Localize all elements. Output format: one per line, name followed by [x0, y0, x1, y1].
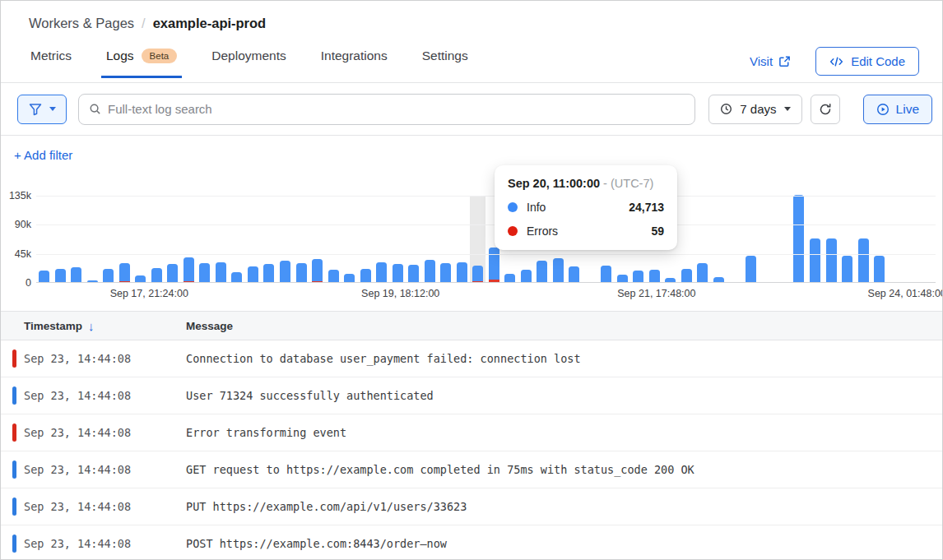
- chart-bar[interactable]: [521, 270, 532, 282]
- bar-info-segment: [746, 256, 756, 282]
- chart-bar[interactable]: [858, 238, 869, 282]
- time-range-button[interactable]: 7 days: [708, 95, 801, 124]
- x-axis-tick-label: Sep 17, 21:24:00: [110, 288, 188, 299]
- chart-bar[interactable]: [440, 263, 451, 282]
- add-filter-button[interactable]: + Add filter: [14, 148, 72, 162]
- chart-bar[interactable]: [393, 264, 403, 282]
- chart-bar[interactable]: [633, 271, 643, 282]
- chart-bar[interactable]: [183, 257, 194, 282]
- tab-deployments[interactable]: Deployments: [210, 42, 287, 77]
- chart-bar[interactable]: [504, 274, 515, 282]
- chart-bar[interactable]: [810, 238, 820, 282]
- chart-slot: [325, 196, 341, 282]
- chart-bar[interactable]: [360, 269, 371, 282]
- chart-slot: [807, 196, 824, 282]
- chart-bar[interactable]: [135, 275, 146, 282]
- search-box[interactable]: [78, 94, 695, 125]
- chart-bar[interactable]: [231, 272, 242, 282]
- chart-bar[interactable]: [55, 269, 66, 282]
- chart-bar[interactable]: [665, 278, 676, 282]
- tooltip-info-value: 24,713: [629, 201, 664, 214]
- chart-bar[interactable]: [617, 275, 628, 282]
- chart-bar[interactable]: [649, 270, 660, 282]
- chart-bar[interactable]: [119, 263, 130, 282]
- chart-slot: [839, 196, 856, 282]
- chart-bar[interactable]: [151, 268, 162, 282]
- bar-info-segment: [280, 261, 290, 282]
- chart-bar[interactable]: [746, 256, 756, 282]
- live-button[interactable]: Live: [863, 95, 932, 124]
- bar-info-segment: [826, 238, 837, 282]
- chart-bar[interactable]: [457, 262, 467, 282]
- chart-slot: [421, 196, 438, 282]
- tab-logs[interactable]: LogsBeta: [105, 42, 179, 77]
- log-row[interactable]: Sep 23, 14:44:08User 71324 successfully …: [1, 377, 942, 414]
- bar-info-segment: [199, 263, 210, 282]
- chart-bar[interactable]: [71, 267, 81, 282]
- chart-bar[interactable]: [472, 266, 483, 282]
- chart-slot: [406, 196, 422, 282]
- bar-info-segment: [649, 270, 660, 282]
- funnel-icon: [29, 103, 42, 116]
- chart-bar[interactable]: [167, 264, 178, 282]
- bar-info-segment: [151, 268, 162, 282]
- edit-code-button[interactable]: Edit Code: [815, 47, 919, 76]
- tooltip-info-label: Info: [527, 201, 546, 214]
- chart-bar[interactable]: [489, 248, 499, 282]
- log-volume-chart: 135k90k45k0 Sep 17, 21:24:00Sep 19, 18:1…: [1, 174, 942, 311]
- chart-bar[interactable]: [263, 264, 274, 282]
- refresh-button[interactable]: [811, 95, 840, 124]
- chart-bar[interactable]: [248, 266, 258, 282]
- chart-bar[interactable]: [216, 262, 226, 282]
- breadcrumb-section[interactable]: Workers & Pages: [29, 16, 134, 31]
- sort-descending-icon[interactable]: ↓: [88, 319, 95, 333]
- chart-bar[interactable]: [537, 261, 547, 282]
- visit-link[interactable]: Visit: [750, 54, 791, 68]
- chart-bar[interactable]: [601, 266, 611, 282]
- chart-bar[interactable]: [874, 256, 885, 282]
- chart-bar[interactable]: [713, 277, 724, 282]
- search-input[interactable]: [108, 102, 685, 116]
- bar-info-segment: [440, 263, 451, 282]
- log-row[interactable]: Sep 23, 14:44:08POST https://example.com…: [1, 525, 942, 560]
- chart-bar[interactable]: [425, 260, 435, 282]
- chart-slot: [759, 196, 775, 282]
- chart-slot: [132, 196, 149, 282]
- chart-bar[interactable]: [842, 256, 852, 282]
- column-header-message[interactable]: Message: [186, 320, 233, 332]
- chart-bar[interactable]: [344, 274, 355, 282]
- chart-bar[interactable]: [681, 269, 692, 282]
- chart-bar[interactable]: [39, 271, 49, 282]
- log-row[interactable]: Sep 23, 14:44:08GET request to https://e…: [1, 451, 942, 488]
- tab-integrations[interactable]: Integrations: [319, 42, 389, 77]
- chart-bar[interactable]: [296, 263, 307, 282]
- tab-settings[interactable]: Settings: [420, 42, 470, 77]
- log-row[interactable]: Sep 23, 14:44:08Error transforming event: [1, 414, 942, 451]
- bar-errors-segment: [472, 281, 483, 282]
- tooltip-errors-row: Errors 59: [508, 224, 664, 238]
- chart-bar[interactable]: [793, 195, 804, 282]
- bar-info-segment: [216, 262, 226, 282]
- chart-bar[interactable]: [87, 280, 98, 282]
- chart-bar[interactable]: [697, 263, 708, 282]
- tab-label: Logs: [106, 49, 134, 63]
- chart-bar[interactable]: [103, 269, 114, 282]
- bar-info-segment: [376, 262, 387, 282]
- chart-bar[interactable]: [199, 263, 210, 282]
- bar-info-segment: [601, 266, 611, 282]
- bar-info-segment: [810, 238, 820, 282]
- chart-bar[interactable]: [553, 258, 564, 282]
- chart-bar[interactable]: [376, 262, 387, 282]
- chart-bar[interactable]: [312, 259, 323, 282]
- tab-metrics[interactable]: Metrics: [29, 42, 73, 77]
- log-row[interactable]: Sep 23, 14:44:08PUT https://example.com/…: [1, 488, 942, 525]
- clock-icon: [720, 103, 732, 115]
- chart-bar[interactable]: [280, 261, 290, 282]
- filter-menu-button[interactable]: [17, 95, 67, 124]
- chart-bar[interactable]: [328, 270, 339, 282]
- column-header-timestamp[interactable]: Timestamp ↓: [24, 319, 160, 333]
- chart-bar[interactable]: [569, 266, 579, 282]
- chart-bar[interactable]: [408, 265, 419, 282]
- log-row[interactable]: Sep 23, 14:44:08Connection to database u…: [1, 340, 942, 377]
- chart-bar[interactable]: [826, 238, 837, 282]
